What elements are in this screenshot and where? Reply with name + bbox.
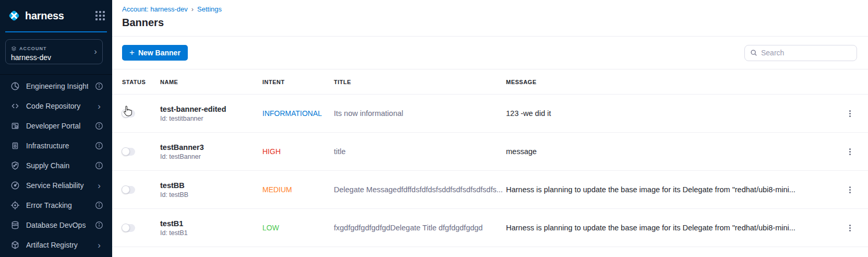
- sidebar-item-label: Engineering Insights: [26, 82, 88, 90]
- gauge-icon: [10, 181, 20, 190]
- sidebar-item-code-repository[interactable]: Code Repository ›: [0, 96, 112, 116]
- sidebar-item-label: Infrastructure: [26, 142, 88, 150]
- info-icon[interactable]: [94, 81, 104, 91]
- toolbar: + New Banner: [112, 37, 868, 69]
- sidebar-item-label: Developer Portal: [26, 122, 88, 130]
- table-header: STATUS NAME INTENT TITLE MESSAGE: [112, 69, 868, 95]
- breadcrumb-separator: ›: [191, 5, 194, 13]
- toggle-knob: [122, 109, 130, 118]
- banner-title: Delegate Messagedfdffdsfdfdsfsddfsdfsdfs…: [334, 185, 506, 194]
- column-header-status: STATUS: [122, 79, 160, 85]
- banners-table: STATUS NAME INTENT TITLE MESSAGE test-ba…: [112, 69, 868, 257]
- banner-title: Its now informational: [334, 109, 506, 118]
- banner-id: Id: testBB: [160, 191, 262, 198]
- page-header: Account: harness-dev › Settings Banners: [112, 0, 868, 37]
- new-banner-button[interactable]: + New Banner: [122, 45, 188, 61]
- breadcrumb: Account: harness-dev › Settings: [122, 5, 868, 13]
- info-icon[interactable]: [94, 201, 104, 210]
- sidebar-item-label: Code Repository: [26, 102, 88, 110]
- sidebar-item-developer-portal[interactable]: Developer Portal: [0, 116, 112, 136]
- search-input[interactable]: [761, 49, 851, 57]
- crosshair-icon: [10, 201, 20, 210]
- sidebar-item-label: Supply Chain: [26, 161, 88, 170]
- header-accent-line: [5, 31, 107, 32]
- banner-id: Id: testBanner: [160, 153, 262, 160]
- banner-name: testB1: [160, 219, 262, 228]
- kebab-menu-icon[interactable]: [846, 222, 854, 234]
- chevron-right-icon: ›: [94, 240, 104, 250]
- info-icon[interactable]: [94, 121, 104, 131]
- sidebar-item-service-reliability[interactable]: Service Reliability ›: [0, 176, 112, 195]
- intent-label: MEDIUM: [262, 185, 334, 194]
- breadcrumb-settings-link[interactable]: Settings: [197, 5, 222, 13]
- intent-label: INFORMATIONAL: [262, 109, 334, 118]
- chip-icon: [10, 141, 20, 150]
- table-row[interactable]: testBanner3 Id: testBanner HIGH title me…: [112, 133, 868, 171]
- sidebar-item-infrastructure[interactable]: Infrastructure: [0, 136, 112, 156]
- search-box[interactable]: [744, 45, 857, 61]
- chevron-right-icon: ›: [94, 46, 97, 57]
- sidebar-item-label: Error Tracking: [26, 201, 88, 209]
- info-icon[interactable]: [94, 220, 104, 230]
- app-grid-icon[interactable]: [95, 11, 105, 20]
- kebab-menu-icon[interactable]: [846, 108, 854, 120]
- table-row[interactable]: test-banner-edited Id: testitbanner INFO…: [112, 95, 868, 133]
- intent-label: HIGH: [262, 147, 334, 156]
- banner-toggle[interactable]: [122, 148, 135, 156]
- toggle-knob: [122, 147, 130, 156]
- account-label: ACCOUNT: [19, 46, 47, 51]
- sidebar-item-error-tracking[interactable]: Error Tracking: [0, 195, 112, 215]
- sidebar-item-label: Artifact Registry: [26, 241, 88, 249]
- account-selector[interactable]: ACCOUNT harness-dev ›: [5, 39, 103, 64]
- logo-text: harness: [25, 10, 64, 22]
- harness-logo-icon: [7, 8, 21, 23]
- sidebar-item-label: Service Reliability: [26, 181, 88, 190]
- banner-toggle[interactable]: [122, 186, 135, 194]
- banner-name: testBanner3: [160, 143, 262, 151]
- info-icon[interactable]: [94, 141, 104, 150]
- breadcrumb-account-link[interactable]: Account: harness-dev: [122, 5, 188, 13]
- banner-message: 123 -we did it: [506, 109, 831, 118]
- kebab-menu-icon[interactable]: [846, 184, 854, 196]
- intent-label: LOW: [262, 224, 334, 232]
- table-row[interactable]: testB1 Id: testB1 LOW fxgdfgdfgdfgdfgdDe…: [112, 209, 868, 247]
- sidebar-item-label: Database DevOps: [26, 221, 88, 229]
- portal-icon: [10, 121, 20, 131]
- column-header-intent: INTENT: [262, 79, 334, 85]
- banner-name: test-banner-edited: [160, 105, 262, 113]
- sidebar-item-artifact-registry[interactable]: Artifact Registry ›: [0, 235, 112, 255]
- shield-icon: [10, 161, 20, 170]
- kebab-menu-icon[interactable]: [846, 146, 854, 158]
- table-row[interactable]: testBB Id: testBB MEDIUM Delegate Messag…: [112, 171, 868, 209]
- banner-message: Harness is planning to update the base i…: [506, 224, 831, 232]
- main-content: Account: harness-dev › Settings Banners …: [112, 0, 868, 257]
- sidebar-item-supply-chain[interactable]: Supply Chain: [0, 156, 112, 176]
- sidebar-nav: Engineering Insights Code Repository › D…: [0, 75, 112, 255]
- new-banner-label: New Banner: [138, 49, 180, 57]
- banner-title: title: [334, 147, 506, 156]
- banner-name: testBB: [160, 181, 262, 190]
- pie-chart-icon: [10, 81, 20, 91]
- info-icon[interactable]: [94, 161, 104, 170]
- sidebar-item-database-devops[interactable]: Database DevOps: [0, 215, 112, 235]
- harness-logo[interactable]: harness: [7, 8, 64, 23]
- toggle-knob: [122, 185, 130, 194]
- banner-message: Harness is planning to update the base i…: [506, 185, 831, 194]
- account-name: harness-dev: [11, 53, 51, 62]
- banner-message: message: [506, 147, 831, 156]
- banner-title: fxgdfgdfgdfgdfgdDelegate Title dfgfdgdfg…: [334, 224, 506, 232]
- plus-icon: +: [129, 48, 135, 57]
- banner-toggle[interactable]: [122, 224, 135, 232]
- sidebar-header: harness: [0, 0, 112, 31]
- column-header-name: NAME: [160, 79, 262, 85]
- sidebar-item-engineering-insights[interactable]: Engineering Insights: [0, 76, 112, 96]
- layers-icon: [11, 46, 17, 52]
- page-title: Banners: [122, 17, 868, 29]
- sidebar: harness ACCOUNT harness-dev › Engineerin…: [0, 0, 112, 257]
- chevron-right-icon: ›: [94, 181, 104, 190]
- column-header-message: MESSAGE: [506, 79, 831, 85]
- banner-toggle[interactable]: [122, 110, 135, 118]
- package-icon: [10, 240, 20, 250]
- search-icon: [750, 49, 757, 56]
- banner-id: Id: testB1: [160, 229, 262, 237]
